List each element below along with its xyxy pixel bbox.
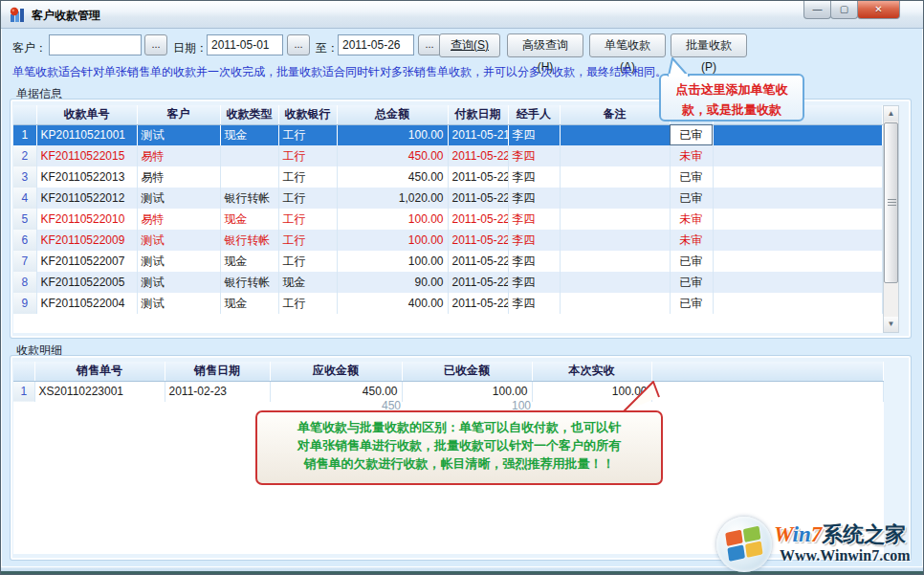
cell-customer[interactable]: 测试 bbox=[137, 124, 220, 145]
cell-amount[interactable]: 100.00 bbox=[337, 209, 448, 230]
cell-customer[interactable]: 测试 bbox=[137, 293, 220, 314]
table-row[interactable]: 8KF20110522005测试银行转帐现金90.002011-05-22李四已… bbox=[13, 272, 883, 293]
cell-note[interactable] bbox=[560, 188, 670, 209]
cell-type[interactable]: 现金 bbox=[220, 209, 278, 230]
cell-note[interactable] bbox=[560, 145, 670, 166]
scroll-up-button[interactable]: ▲ bbox=[884, 106, 898, 122]
column-header[interactable]: 已收金额 bbox=[402, 362, 532, 381]
cell-type[interactable]: 银行转帐 bbox=[220, 188, 278, 209]
cell-type[interactable] bbox=[220, 145, 278, 166]
cell-bank[interactable]: 工行 bbox=[278, 293, 337, 314]
cell-handler[interactable]: 李四 bbox=[508, 145, 560, 166]
cell-type[interactable]: 现金 bbox=[220, 293, 278, 314]
cell-id[interactable]: KF20110522004 bbox=[36, 293, 137, 314]
cell-id[interactable]: KF20110522015 bbox=[36, 145, 137, 166]
cell-note[interactable] bbox=[560, 230, 670, 251]
cell-num[interactable]: 4 bbox=[13, 188, 36, 209]
cell-amount[interactable]: 100.00 bbox=[337, 251, 448, 272]
cell-note[interactable] bbox=[560, 251, 670, 272]
column-header[interactable] bbox=[13, 362, 34, 381]
cell-date[interactable]: 2011-05-22 bbox=[448, 209, 508, 230]
cell-note[interactable] bbox=[560, 293, 670, 314]
cell-handler[interactable]: 李四 bbox=[508, 293, 560, 314]
column-header[interactable] bbox=[13, 105, 36, 124]
cell-num[interactable]: 8 bbox=[13, 272, 36, 293]
cell-filler[interactable] bbox=[713, 124, 883, 145]
cell-date[interactable]: 2011-05-21 bbox=[448, 124, 508, 145]
column-header[interactable] bbox=[651, 362, 884, 381]
table-row[interactable]: 9KF20110522004测试现金工行400.002011-05-22李四已审 bbox=[13, 293, 883, 314]
cell-amount[interactable]: 400.00 bbox=[337, 293, 448, 314]
table-row[interactable]: 5KF20110522010易特现金工行100.002011-05-22李四未审 bbox=[13, 209, 883, 230]
cell-num[interactable]: 9 bbox=[13, 293, 36, 314]
date-to-input[interactable] bbox=[338, 34, 414, 55]
cell-filler[interactable] bbox=[713, 230, 883, 251]
close-button[interactable]: ✕ bbox=[857, 1, 900, 19]
date-to-browse-button[interactable]: ... bbox=[418, 34, 441, 55]
cell-customer[interactable]: 测试 bbox=[137, 272, 220, 293]
column-header[interactable]: 总金额 bbox=[337, 105, 448, 124]
cell-filler[interactable] bbox=[713, 293, 883, 314]
cell-handler[interactable]: 李四 bbox=[508, 188, 560, 209]
cell-filler[interactable] bbox=[713, 166, 883, 188]
cell-id[interactable]: KF20110522007 bbox=[36, 251, 137, 272]
cell-filler[interactable] bbox=[713, 272, 883, 293]
cell-status[interactable]: 已审 bbox=[670, 251, 713, 272]
cell-status[interactable]: 未审 bbox=[670, 209, 713, 230]
cell-amount[interactable]: 450.00 bbox=[337, 145, 448, 166]
cell-handler[interactable]: 李四 bbox=[508, 209, 560, 230]
cell-customer[interactable]: 测试 bbox=[137, 188, 220, 209]
cell-bank[interactable]: 工行 bbox=[278, 251, 337, 272]
cell-num[interactable]: 7 bbox=[13, 251, 36, 272]
cell-bank[interactable]: 现金 bbox=[278, 272, 337, 293]
cell-customer[interactable]: 测试 bbox=[137, 251, 220, 272]
cell-id[interactable]: KF20110522013 bbox=[36, 166, 137, 188]
cell-num[interactable]: 1 bbox=[13, 124, 36, 145]
cell-filler[interactable] bbox=[713, 209, 883, 230]
cell-status[interactable]: 已审 bbox=[670, 293, 713, 314]
cell-id[interactable]: KF20110522009 bbox=[36, 230, 137, 251]
table-row[interactable]: 2KF20110522015易特工行450.002011-05-22李四未审 bbox=[13, 145, 883, 166]
scroll-down-button[interactable]: ▼ bbox=[884, 317, 898, 332]
cell-amount[interactable]: 100.00 bbox=[337, 124, 448, 145]
column-header[interactable]: 收款单号 bbox=[36, 105, 137, 124]
cell-bank[interactable]: 工行 bbox=[278, 124, 337, 145]
cell-num[interactable]: 6 bbox=[13, 230, 36, 251]
cell-filler[interactable] bbox=[713, 145, 883, 166]
column-header[interactable]: 客户 bbox=[137, 105, 220, 124]
cell-customer[interactable]: 易特 bbox=[137, 145, 220, 166]
cell-type[interactable]: 银行转帐 bbox=[220, 230, 278, 251]
cell-handler[interactable]: 李四 bbox=[508, 251, 560, 272]
cell-date[interactable]: 2011-05-22 bbox=[448, 230, 508, 251]
batch-receipt-button[interactable]: 批量收款(P) bbox=[671, 33, 747, 57]
customer-input[interactable] bbox=[49, 34, 142, 55]
minimize-button[interactable]: — bbox=[803, 1, 831, 19]
vertical-scrollbar[interactable]: ▲ ▼ bbox=[883, 105, 899, 333]
cell-status[interactable]: 未审 bbox=[670, 145, 713, 166]
table-row[interactable]: 6KF20110522009测试银行转帐工行100.002011-05-22李四… bbox=[13, 230, 883, 251]
query-button[interactable]: 查询(S) bbox=[439, 33, 500, 57]
table-row[interactable]: 3KF20110522013易特工行450.002011-05-22李四已审 bbox=[13, 166, 883, 188]
cell-date[interactable]: 2011-05-22 bbox=[448, 251, 508, 272]
cell-date[interactable]: 2011-05-22 bbox=[448, 166, 508, 188]
cell-customer[interactable]: 测试 bbox=[137, 230, 220, 251]
column-header[interactable]: 销售单号 bbox=[34, 362, 165, 381]
cell-id[interactable]: KF20110522010 bbox=[36, 209, 137, 230]
cell-bank[interactable]: 工行 bbox=[278, 209, 337, 230]
table-row[interactable]: 1XS201102230012011-02-23450.00100.00100.… bbox=[13, 381, 884, 402]
cell-id[interactable]: KF20110522005 bbox=[36, 272, 137, 293]
cell-amount[interactable]: 450.00 bbox=[337, 166, 448, 188]
cell-amount[interactable]: 1,020.00 bbox=[337, 188, 448, 209]
cell-bank[interactable]: 工行 bbox=[278, 166, 337, 188]
advanced-query-button[interactable]: 高级查询(H) bbox=[507, 33, 583, 57]
table-row[interactable]: 7KF20110522007测试现金工行100.002011-05-22李四已审 bbox=[13, 251, 883, 272]
scrollbar-thumb[interactable] bbox=[884, 122, 898, 283]
cell-status[interactable]: 已审 bbox=[670, 166, 713, 188]
cell-bank[interactable]: 工行 bbox=[278, 188, 337, 209]
cell-id[interactable]: KP20110521001 bbox=[36, 124, 137, 145]
column-header[interactable]: 付款日期 bbox=[448, 105, 508, 124]
cell-type[interactable]: 银行转帐 bbox=[220, 272, 278, 293]
cell-amount[interactable]: 90.00 bbox=[337, 272, 448, 293]
cell-handler[interactable]: 李四 bbox=[508, 166, 560, 188]
cell-id[interactable]: KF20110522012 bbox=[36, 188, 137, 209]
